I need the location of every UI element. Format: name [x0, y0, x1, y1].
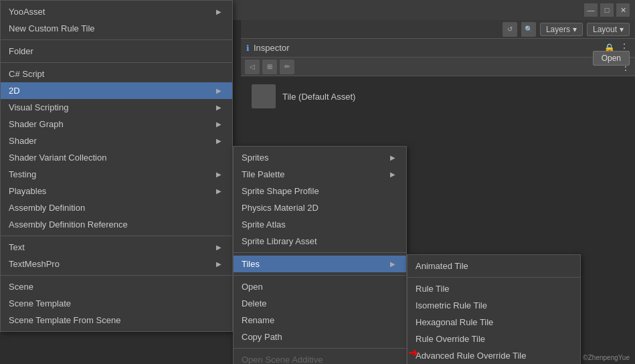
menu-level3-item-label-0: Animated Tile	[416, 261, 468, 271]
menu-level1-item-4[interactable]: 2D▶	[1, 82, 232, 99]
menu-level2-item-3[interactable]: Physics Material 2D	[234, 199, 406, 216]
menu-level3-item-3[interactable]: Hexagonal Rule Tile	[407, 314, 580, 331]
menu-level2-item-1[interactable]: Tile Palette▶	[234, 166, 406, 183]
submenu-arrow-icon: ▶	[390, 260, 395, 268]
grid-icon[interactable]: ⊞	[262, 60, 277, 74]
menu-level2-item-label-6: Tiles	[242, 259, 260, 269]
menu-level2-item-label-0: Sprites	[242, 153, 268, 163]
menu-level3-item-label-3: Hexagonal Rule Tile	[416, 317, 493, 327]
menu-level1: YooAsset▶New Custom Rule TileFolderC# Sc…	[0, 0, 233, 332]
menu-level2-item-10[interactable]: Copy Path	[234, 329, 406, 345]
menu-level2: Sprites▶Tile Palette▶Sprite Shape Profil…	[233, 146, 407, 364]
menu-level2-item-11: Open Scene Additive	[234, 351, 406, 364]
layout-dropdown[interactable]: Layout ▾	[587, 23, 630, 36]
menu-level3-item-5[interactable]: Advanced Rule Override Tile	[407, 347, 580, 364]
menu-level1-item-label-7: Shader	[9, 136, 37, 146]
menu-level1-item-17[interactable]: Scene Template From Scene	[1, 312, 232, 329]
menu-level3-item-label-5: Advanced Rule Override Tile	[416, 351, 526, 361]
menu-separator	[1, 39, 232, 40]
submenu-arrow-icon: ▶	[216, 244, 221, 251]
menu-level2-item-5[interactable]: Sprite Library Asset	[234, 233, 406, 250]
submenu-arrow-icon: ▶	[216, 187, 221, 195]
submenu-arrow-icon: ▶	[216, 120, 221, 128]
menu-level2-item-label-1: Tile Palette	[242, 169, 285, 179]
menu-level3-item-0[interactable]: Animated Tile	[407, 258, 580, 274]
menu-level2-item-8[interactable]: Delete	[234, 295, 406, 312]
watermark: ©ZhenpengYue	[583, 354, 630, 361]
menu-level2-item-label-9: Rename	[242, 315, 274, 325]
menu-level1-item-6[interactable]: Shader Graph▶	[1, 116, 232, 132]
menu-level1-item-label-2: Folder	[9, 46, 33, 56]
menu-level2-item-4[interactable]: Sprite Atlas	[234, 216, 406, 233]
menu-level1-item-label-17: Scene Template From Scene	[9, 315, 120, 325]
menu-level1-item-12[interactable]: Assembly Definition Reference	[1, 216, 232, 233]
close-button[interactable]: ✕	[616, 3, 630, 17]
menu-level2-item-label-3: Physics Material 2D	[242, 203, 319, 213]
menu-level2-item-label-5: Sprite Library Asset	[242, 236, 317, 246]
maximize-button[interactable]: □	[600, 3, 614, 17]
menu-level2-item-label-7: Open	[242, 282, 263, 292]
menu-level1-item-5[interactable]: Visual Scripting▶	[1, 99, 232, 116]
menu-level1-item-7[interactable]: Shader▶	[1, 132, 232, 149]
menu-separator	[1, 275, 232, 276]
layout-arrow-icon: ▾	[620, 25, 624, 34]
info-icon: ℹ	[246, 43, 250, 53]
menu-level2-item-6[interactable]: Tiles▶	[234, 256, 406, 272]
menu-level2-item-0[interactable]: Sprites▶	[234, 149, 406, 166]
asset-name: Tile (Default Asset)	[282, 92, 355, 102]
menu-level1-item-3[interactable]: C# Script	[1, 66, 232, 82]
menu-level1-item-label-3: C# Script	[9, 69, 44, 79]
inspector-title: Inspector	[254, 43, 289, 53]
menu-level1-item-label-11: Assembly Definition	[9, 203, 85, 213]
asset-row: Tile (Default Asset)	[246, 80, 635, 112]
menu-level1-item-8[interactable]: Shader Variant Collection	[1, 149, 232, 166]
menu-level1-item-0[interactable]: YooAsset▶	[1, 3, 232, 20]
asset-icon	[252, 84, 276, 108]
layers-dropdown[interactable]: Layers ▾	[540, 23, 583, 36]
menu-level1-item-15[interactable]: Scene	[1, 278, 232, 295]
menu-level1-item-1[interactable]: New Custom Rule Tile	[1, 20, 232, 37]
menu-level2-item-label-10: Copy Path	[242, 332, 282, 342]
menu-level3-item-2[interactable]: Isometric Rule Tile	[407, 297, 580, 314]
submenu-arrow-icon: ▶	[216, 104, 221, 111]
menu-level1-item-label-14: TextMeshPro	[9, 259, 60, 269]
menu-level1-item-label-6: Shader Graph	[9, 119, 64, 129]
menu-level1-item-label-9: Testing	[9, 169, 36, 179]
menu-level1-item-13[interactable]: Text▶	[1, 239, 232, 256]
open-button[interactable]: Open	[593, 51, 630, 66]
menu-level1-item-14[interactable]: TextMeshPro▶	[1, 256, 232, 272]
menu-level1-item-10[interactable]: Playables▶	[1, 183, 232, 199]
menu-level1-item-2[interactable]: Folder	[1, 43, 232, 60]
menu-level1-item-label-5: Visual Scripting	[9, 102, 68, 112]
menu-level2-item-9[interactable]: Rename	[234, 312, 406, 329]
menu-level2-item-2[interactable]: Sprite Shape Profile	[234, 183, 406, 199]
menu-level1-item-label-15: Scene	[9, 282, 33, 292]
submenu-arrow-icon: ▶	[390, 171, 395, 178]
history-icon[interactable]: ↺	[503, 22, 517, 37]
submenu-arrow-icon: ▶	[216, 171, 221, 178]
menu-level1-item-label-4: 2D	[9, 86, 20, 96]
inspector-header: ℹ Inspector 🔒 ⋮	[241, 39, 635, 58]
brush-icon[interactable]: ✏	[280, 60, 294, 74]
menu-level1-item-16[interactable]: Scene Template	[1, 295, 232, 312]
layers-bar: ↺ 🔍 Layers ▾ Layout ▾	[241, 20, 635, 39]
menu-level1-item-9[interactable]: Testing▶	[1, 166, 232, 183]
menu-separator	[234, 252, 406, 253]
menu-level3-item-4[interactable]: Rule Override Tile	[407, 331, 580, 347]
submenu-arrow-icon: ▶	[216, 260, 221, 268]
menu-level1-item-11[interactable]: Assembly Definition	[1, 199, 232, 216]
menu-level2-item-7[interactable]: Open	[234, 278, 406, 295]
submenu-arrow-icon: ▶	[390, 154, 395, 161]
back-icon[interactable]: ◁	[245, 60, 260, 74]
search-icon[interactable]: 🔍	[521, 22, 536, 37]
menu-level1-item-label-10: Playables	[9, 186, 46, 196]
menu-level3-item-1[interactable]: Rule Tile	[407, 280, 580, 297]
minimize-button[interactable]: —	[584, 3, 598, 17]
submenu-arrow-icon: ▶	[216, 8, 221, 15]
menu-level1-item-label-8: Shader Variant Collection	[9, 153, 106, 163]
menu-level2-item-label-4: Sprite Atlas	[242, 219, 286, 230]
menu-level3: Animated TileRule TileIsometric Rule Til…	[407, 254, 581, 364]
menu-level1-item-label-13: Text	[9, 242, 25, 252]
menu-level2-item-label-8: Delete	[242, 298, 267, 308]
submenu-arrow-icon: ▶	[216, 87, 221, 94]
